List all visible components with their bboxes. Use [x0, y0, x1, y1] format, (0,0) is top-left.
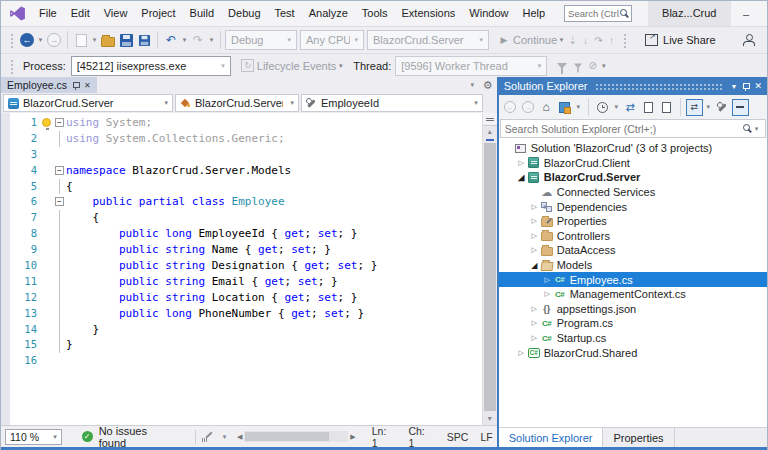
close-tab-icon[interactable]: ✕ [84, 81, 91, 90]
navigate-back-dropdown[interactable]: ▾ [36, 36, 45, 44]
se-forward-button[interactable]: → [520, 99, 537, 116]
collapse-arrow-icon[interactable]: ◢ [516, 173, 527, 182]
tree-item-startup-cs[interactable]: ▷C#Startup.cs [499, 331, 767, 346]
expand-arrow-icon[interactable]: ▷ [529, 246, 540, 254]
new-file-dropdown[interactable]: ▾ [90, 36, 99, 44]
close-panel-icon[interactable]: ✕ [754, 81, 762, 91]
menu-help[interactable]: Help [515, 1, 552, 26]
code-line-6[interactable]: 6− public partial class Employee [10, 194, 482, 210]
splitter-handle[interactable] [483, 113, 497, 126]
expand-arrow-icon[interactable]: ▷ [542, 276, 553, 284]
continue-play-icon[interactable]: ▶ [495, 31, 513, 49]
document-list-dropdown[interactable]: ▾ [468, 81, 477, 89]
lifecycle-events-dropdown[interactable]: ▾ [336, 62, 345, 70]
continue-button[interactable]: Continue [513, 34, 557, 46]
solution-explorer-title-bar[interactable]: Solution Explorer ▼ ✕ [499, 77, 767, 95]
tree-item-appsettings-json[interactable]: ▷{}appsettings.json [499, 302, 767, 317]
menu-analyze[interactable]: Analyze [302, 1, 355, 26]
toolbar-overflow-dropdown[interactable]: ▾ [599, 62, 608, 70]
send-feedback-button[interactable] [739, 31, 757, 49]
code-line-3[interactable]: 3 [10, 147, 482, 163]
minimize-button[interactable]: – [731, 1, 762, 26]
search-options-dropdown[interactable]: ▾ [752, 125, 761, 133]
sync-dropdown[interactable]: ▾ [704, 103, 713, 111]
save-all-button[interactable] [135, 31, 153, 49]
tree-item-program-cs[interactable]: ▷C#Program.cs [499, 316, 767, 331]
tree-item-solution-blazorcrud-3-of-3-projects[interactable]: Solution 'BlazorCrud' (3 of 3 projects) [499, 141, 767, 156]
pin-tab-icon[interactable] [72, 81, 79, 90]
project-dropdown[interactable]: BlazorCrud.Server▾ [3, 94, 173, 112]
code-text-area[interactable]: 1−using System;2using System.Collections… [10, 113, 482, 425]
horizontal-scrollbar[interactable]: ◀ ▶ [235, 431, 358, 442]
member-dropdown[interactable]: EmployeeId▾ [301, 94, 483, 112]
tree-item-controllers[interactable]: ▷Controllers [499, 229, 767, 244]
menu-view[interactable]: View [97, 1, 135, 26]
scrollbar-thumb[interactable] [484, 143, 496, 411]
code-cleanup-icon[interactable] [202, 431, 214, 443]
scroll-up-icon[interactable]: ▲ [483, 126, 497, 138]
auto-hide-pin-icon[interactable] [742, 82, 749, 91]
break-all-icon[interactable]: ⇣ [566, 35, 579, 46]
expand-arrow-icon[interactable]: ▷ [529, 319, 540, 327]
navigate-forward-button[interactable]: → [45, 31, 63, 49]
code-line-8[interactable]: 8 public long EmployeeId { get; set; } [10, 226, 482, 242]
type-dropdown[interactable]: BlazorCrud.Server.Models.Emplo▾ [175, 94, 299, 112]
live-share-button[interactable]: Live Share [645, 34, 716, 46]
code-line-10[interactable]: 10 public string Designation { get; set;… [10, 258, 482, 274]
menu-edit[interactable]: Edit [64, 1, 97, 26]
expand-arrow-icon[interactable]: ▷ [529, 203, 540, 211]
expand-arrow-icon[interactable]: ▷ [529, 334, 540, 342]
tree-item-dataaccess[interactable]: ▷DataAccess [499, 243, 767, 258]
open-file-button[interactable] [99, 31, 117, 49]
code-line-1[interactable]: 1−using System; [10, 115, 482, 131]
lifecycle-events-icon[interactable]: ↻ [239, 57, 257, 75]
startup-projects-combo[interactable]: BlazorCrud.Server▾ [367, 30, 489, 50]
window-position-dropdown[interactable]: ▼ [731, 83, 738, 90]
toolbar-grip[interactable] [622, 32, 627, 48]
fold-collapse-icon[interactable]: − [54, 115, 66, 131]
filter-threads-icon[interactable] [557, 63, 567, 69]
filter-flagged-icon[interactable] [574, 63, 582, 68]
tree-item-connected-services[interactable]: ☁Connected Services [499, 185, 767, 200]
toolbar-grip[interactable] [9, 58, 14, 74]
tab-employee-cs[interactable]: Employee.cs ✕ [1, 77, 97, 93]
expand-arrow-icon[interactable]: ▷ [529, 305, 540, 313]
toolbar-grip[interactable] [9, 32, 14, 48]
expand-arrow-icon[interactable]: ▷ [516, 349, 527, 357]
show-all-files-icon[interactable] [640, 99, 657, 116]
suppress-breakpoints-icon[interactable]: ⊘ [586, 60, 599, 71]
save-button[interactable] [117, 31, 135, 49]
tree-item-dependencies[interactable]: ▷Dependencies [499, 199, 767, 214]
code-line-2[interactable]: 2using System.Collections.Generic; [10, 131, 482, 147]
se-search-input[interactable] [505, 123, 743, 135]
line-indicator[interactable]: Ln: 1 [372, 425, 395, 449]
collapse-all-icon[interactable] [658, 99, 675, 116]
scroll-left-icon[interactable]: ◀ [235, 433, 244, 441]
menu-extensions[interactable]: Extensions [395, 1, 463, 26]
se-back-button[interactable]: ← [502, 99, 519, 116]
process-combo[interactable]: [45212] iisexpress.exe▾ [71, 56, 231, 76]
scroll-right-icon[interactable]: ▶ [348, 433, 357, 441]
preview-selected-items-icon[interactable] [732, 99, 749, 116]
tab-properties[interactable]: Properties [603, 428, 674, 447]
sync-with-active-document-icon[interactable]: ⇄ [686, 99, 703, 116]
lightbulb-icon[interactable] [40, 115, 54, 131]
menu-file[interactable]: File [32, 1, 64, 26]
step-over-icon[interactable]: ↷ [592, 35, 605, 46]
refresh-icon[interactable]: ⇄ [622, 99, 639, 116]
pending-changes-dropdown[interactable]: ▾ [612, 103, 621, 111]
code-line-13[interactable]: 13 public long PhoneNumber { get; set; } [10, 306, 482, 322]
navigate-back-button[interactable]: ← [18, 31, 36, 49]
switch-views-dropdown[interactable]: ▾ [574, 103, 583, 111]
menu-build[interactable]: Build [183, 1, 221, 26]
gear-icon[interactable]: ⚙ [483, 79, 493, 92]
menu-tools[interactable]: Tools [355, 1, 395, 26]
eol-indicator[interactable]: LF [480, 431, 492, 443]
fold-collapse-icon[interactable]: − [54, 163, 66, 179]
code-line-14[interactable]: 14 } [10, 322, 482, 338]
tree-item-properties[interactable]: ▷Properties [499, 214, 767, 229]
code-cleanup-dropdown[interactable]: ▾ [220, 433, 229, 441]
redo-dropdown[interactable]: ▾ [207, 36, 216, 44]
new-file-button[interactable] [72, 31, 90, 49]
tree-item-models[interactable]: ◢Models [499, 258, 767, 273]
